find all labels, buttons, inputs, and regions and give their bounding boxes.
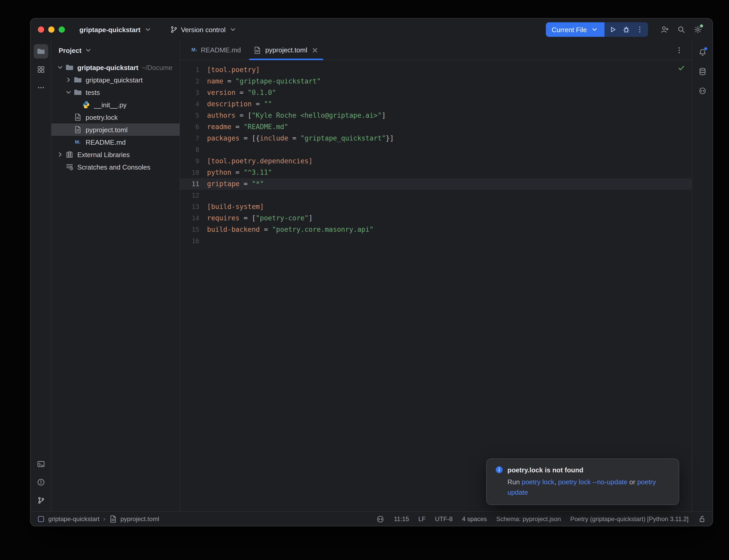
tree-item-label: poetry.lock — [86, 113, 118, 121]
structure-tool-icon[interactable] — [33, 62, 48, 77]
ai-assistant-icon[interactable] — [695, 83, 710, 98]
database-icon[interactable] — [695, 64, 710, 79]
breadcrumb-label: pyproject.toml — [120, 515, 159, 522]
chevron-right-icon[interactable] — [64, 76, 73, 84]
run-widget: Current File — [546, 22, 648, 37]
window-minimize-button[interactable] — [48, 26, 54, 33]
status-right: 11:15LFUTF-84 spacesSchema: pyproject.js… — [376, 515, 706, 523]
inspection-ok-icon[interactable] — [677, 64, 685, 72]
status-caret-position[interactable]: 11:15 — [394, 515, 409, 522]
tree-item-scratches-and-consoles[interactable]: Scratches and Consoles — [51, 161, 179, 173]
code-line-7[interactable]: 7packages = [{include = "griptape_quicks… — [180, 133, 692, 144]
code-line-5[interactable]: 5authors = ["Kyle Roche <hello@griptape.… — [180, 110, 692, 121]
ai-status-icon[interactable] — [376, 515, 385, 523]
tree-item-label: pyproject.toml — [86, 126, 128, 134]
close-tab-icon[interactable] — [311, 46, 319, 54]
notification-link-poetry-lock-no-update[interactable]: poetry lock --no-update — [558, 478, 627, 486]
run-icon[interactable] — [606, 22, 620, 37]
folder-icon — [73, 76, 82, 84]
code-line-4[interactable]: 4description = "" — [180, 99, 692, 110]
problems-tool-icon[interactable] — [33, 475, 48, 489]
notification-popup: poetry.lock is not found Run poetry lock… — [486, 458, 679, 505]
chevron-down-icon — [84, 46, 92, 54]
code-line-12[interactable]: 12 — [180, 190, 692, 201]
line-number: 3 — [180, 87, 207, 99]
tree-item-init-py[interactable]: __init__.py — [51, 99, 179, 111]
status-bar: griptape-quickstart›pyproject.toml 11:15… — [31, 511, 712, 526]
line-number: 5 — [180, 110, 207, 121]
code-line-15[interactable]: 15build-backend = "poetry.core.masonry.a… — [180, 224, 692, 235]
tab-readme-md[interactable]: M↓README.md — [185, 40, 247, 60]
tab-options-icon[interactable] — [672, 43, 686, 57]
status-interpreter[interactable]: Poetry (griptape-quickstart) [Python 3.1… — [570, 515, 689, 522]
bell-icon[interactable] — [695, 45, 710, 60]
code-text: authors = ["Kyle Roche <hello@griptape.a… — [207, 110, 386, 121]
code-line-10[interactable]: 10python = "^3.11" — [180, 167, 692, 178]
status-line-ending[interactable]: LF — [419, 515, 426, 522]
tree-item-tests[interactable]: tests — [51, 86, 179, 99]
tree-item-path: ~/Docume — [142, 64, 172, 71]
module-icon — [37, 515, 45, 523]
breadcrumb-pyproject-toml[interactable]: pyproject.toml — [109, 515, 159, 523]
status-indent[interactable]: 4 spaces — [462, 515, 487, 522]
line-number: 2 — [180, 76, 207, 87]
tree-item-poetry-lock[interactable]: poetry.lock — [51, 111, 179, 123]
code-line-11[interactable]: 11griptape = "*" — [180, 178, 692, 190]
add-user-icon[interactable] — [657, 22, 672, 37]
tree-item-griptape-quickstart[interactable]: griptape_quickstart — [51, 74, 179, 86]
line-number: 12 — [180, 190, 207, 201]
folder-icon — [65, 63, 74, 72]
chevron-down-icon[interactable] — [55, 63, 65, 72]
vcs-widget-label: Version control — [181, 26, 226, 33]
tree-item-griptape-quickstart[interactable]: griptape-quickstart~/Docume — [51, 61, 179, 74]
notification-text: , — [554, 478, 558, 486]
status-encoding[interactable]: UTF-8 — [435, 515, 453, 522]
git-branch-tool-icon[interactable] — [33, 493, 48, 508]
code-text: packages = [{include = "griptape_quickst… — [207, 133, 394, 144]
tree-item-label: External Libraries — [77, 151, 130, 158]
more-run-options-icon[interactable] — [633, 22, 647, 37]
vcs-widget[interactable]: Version control — [165, 22, 241, 37]
notification-body: Run poetry lock, poetry lock --no-update… — [495, 477, 670, 497]
tab-pyproject-toml[interactable]: pyproject.toml — [247, 40, 325, 60]
markdown-icon: M↓ — [191, 48, 197, 52]
breadcrumb-griptape-quickstart[interactable]: griptape-quickstart — [37, 515, 99, 523]
code-line-2[interactable]: 2name = "griptape-quickstart" — [180, 76, 692, 87]
tree-item-external-libraries[interactable]: External Libraries — [51, 148, 179, 161]
more-horizontal-tool-icon[interactable] — [33, 80, 48, 95]
title-bar-actions: Current File — [546, 22, 705, 37]
tab-label: README.md — [201, 46, 241, 54]
notification-link-poetry-lock[interactable]: poetry lock — [522, 478, 554, 486]
code-editor[interactable]: 1[tool.poetry]2name = "griptape-quicksta… — [180, 60, 692, 511]
folder-tool-icon[interactable] — [33, 44, 48, 59]
code-line-16[interactable]: 16 — [180, 235, 692, 247]
code-line-3[interactable]: 3version = "0.1.0" — [180, 87, 692, 99]
editor-lines: 1[tool.poetry]2name = "griptape-quicksta… — [180, 60, 692, 247]
line-number: 4 — [180, 99, 207, 110]
run-configuration-button[interactable]: Current File — [546, 22, 605, 37]
project-switcher-label: griptape-quickstart — [79, 26, 141, 33]
code-line-13[interactable]: 13[build-system] — [180, 201, 692, 213]
settings-gear-icon[interactable] — [691, 22, 705, 37]
code-text: build-backend = "poetry.core.masonry.api… — [207, 224, 374, 235]
tree-item-pyproject-toml[interactable]: pyproject.toml — [51, 123, 179, 136]
tree-item-readme-md[interactable]: M↓README.md — [51, 136, 179, 148]
code-text: [tool.poetry.dependencies] — [207, 156, 312, 167]
lock-icon[interactable] — [698, 515, 706, 523]
status-schema[interactable]: Schema: pyproject.json — [496, 515, 561, 522]
code-line-1[interactable]: 1[tool.poetry] — [180, 64, 692, 76]
chevron-right-icon[interactable] — [55, 150, 65, 159]
code-line-6[interactable]: 6readme = "README.md" — [180, 121, 692, 133]
code-line-9[interactable]: 9[tool.poetry.dependencies] — [180, 156, 692, 167]
window-zoom-button[interactable] — [59, 26, 65, 33]
tree-item-label: README.md — [86, 138, 126, 146]
project-switcher[interactable]: griptape-quickstart — [75, 22, 156, 37]
window-close-button[interactable] — [38, 26, 44, 33]
terminal-tool-icon[interactable] — [33, 457, 48, 471]
project-panel-header[interactable]: Project — [51, 40, 179, 60]
code-line-8[interactable]: 8 — [180, 144, 692, 156]
debug-icon[interactable] — [620, 22, 633, 37]
search-icon[interactable] — [674, 22, 689, 37]
chevron-down-icon[interactable] — [64, 88, 73, 96]
code-line-14[interactable]: 14requires = ["poetry-core"] — [180, 213, 692, 224]
